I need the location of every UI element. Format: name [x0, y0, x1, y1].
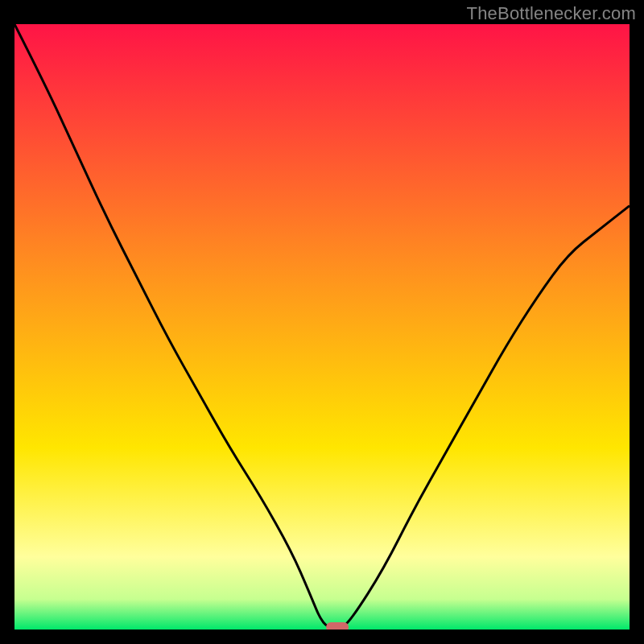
optimum-marker [326, 622, 349, 630]
chart-container: TheBottlenecker.com [0, 0, 644, 644]
watermark-text: TheBottlenecker.com [467, 3, 636, 24]
curve-path [14, 24, 630, 630]
bottleneck-curve [14, 24, 630, 630]
plot-area [14, 24, 630, 630]
